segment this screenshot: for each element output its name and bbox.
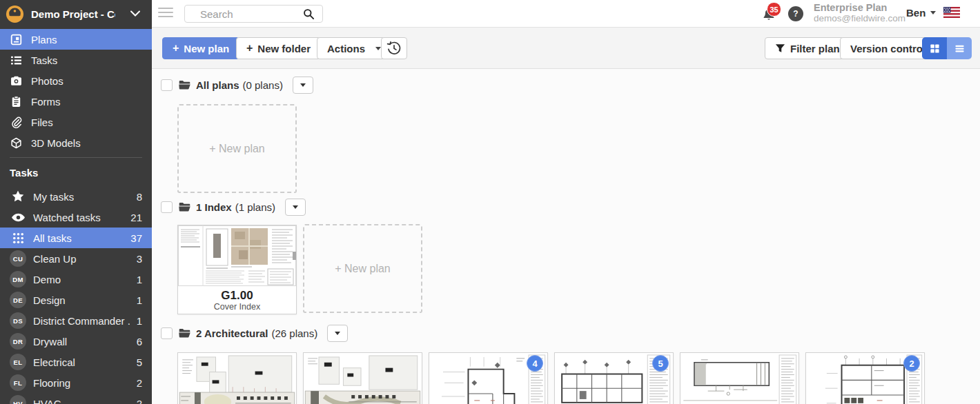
caret-down-icon <box>930 11 936 17</box>
caret-down-icon <box>293 205 298 212</box>
sidebar-item-label: Photos <box>31 75 63 87</box>
new-plan-dropzone[interactable]: + New plan <box>303 224 422 313</box>
markup-count-badge: 4 <box>527 355 543 372</box>
camera-icon <box>10 75 22 87</box>
top-bar: Demo Project - Co... 35 ? Enterprise P <box>0 0 980 28</box>
plan-title: Cover Index <box>214 302 260 312</box>
sidebar-item-plans[interactable]: Plans <box>0 29 152 50</box>
project-switcher[interactable]: Demo Project - Co... <box>0 0 152 28</box>
search-input[interactable] <box>185 6 311 22</box>
plan-card-g1-00[interactable]: G1.00 Cover Index <box>177 225 297 314</box>
account-tier: Enterprise Plan demos@fieldwire.com <box>814 2 905 24</box>
plus-icon: + <box>173 42 179 54</box>
folder-row-all-plans: All plans (0 plans) <box>161 76 313 94</box>
folder-plan-count: (1 plans) <box>235 201 275 213</box>
version-control-label: Version control <box>850 43 925 54</box>
folder-menu-button[interactable] <box>285 199 306 216</box>
sidebar-item-photos[interactable]: Photos <box>0 70 152 91</box>
sidebar-task-item-drywall[interactable]: DRDrywall6 <box>0 331 152 352</box>
task-count: 37 <box>130 232 142 244</box>
search-box <box>184 5 323 23</box>
sidebar-task-item-clean-up[interactable]: CUClean Up3 <box>0 248 152 269</box>
actions-dropdown-button[interactable]: Actions <box>317 37 391 59</box>
plan-code: G1.00 <box>221 289 253 302</box>
notifications-button[interactable]: 35 <box>762 6 785 24</box>
user-menu[interactable]: Ben <box>906 7 936 19</box>
project-name: Demo Project - Co... <box>31 8 115 20</box>
task-count: 2 <box>137 377 142 389</box>
task-count: 1 <box>137 274 142 285</box>
architectural-plan-card-1[interactable] <box>177 352 297 404</box>
grid-view-button[interactable] <box>922 37 947 59</box>
task-label: Electrical <box>33 356 75 368</box>
sidebar-task-item-watched-tasks[interactable]: Watched tasks21 <box>0 207 152 228</box>
filter-plans-label: Filter plans <box>790 43 845 54</box>
new-folder-label: New folder <box>257 43 311 54</box>
folder-name: All plans <box>196 79 239 91</box>
sidebar-nav: Plans Tasks Photos Forms <box>0 28 152 153</box>
grid-view-icon <box>930 43 940 54</box>
sidebar-item-3d-models[interactable]: 3D Models <box>0 132 152 153</box>
list-view-button[interactable] <box>947 37 972 59</box>
cube-icon <box>10 137 22 149</box>
markup-count-badge: 2 <box>903 355 920 372</box>
new-plan-button[interactable]: + New plan <box>162 37 239 59</box>
folder-checkbox[interactable] <box>161 79 173 91</box>
clipboard-icon <box>10 96 22 108</box>
sidebar-task-item-design[interactable]: DEDesign1 <box>0 290 152 310</box>
list-view-icon <box>954 43 965 54</box>
menu-icon[interactable] <box>158 8 173 19</box>
sidebar-task-item-demo[interactable]: DMDemo1 <box>0 269 152 290</box>
sidebar-item-files[interactable]: Files <box>0 112 152 132</box>
version-history-button[interactable] <box>381 37 407 59</box>
sidebar-item-tasks[interactable]: Tasks <box>0 50 152 70</box>
architectural-plan-card-5[interactable] <box>680 352 799 404</box>
user-name: Ben <box>906 7 925 19</box>
folder-name: 1 Index <box>196 201 232 213</box>
new-plan-dropzone[interactable]: + New plan <box>177 104 297 193</box>
plan-thumbnail-drawing <box>178 353 296 404</box>
task-label: Clean Up <box>33 253 77 265</box>
architectural-plan-card-2[interactable] <box>303 352 422 404</box>
folder-plan-count: (0 plans) <box>243 79 283 91</box>
plan-thumbnail <box>178 225 296 287</box>
folder-icon <box>178 327 191 339</box>
caret-down-icon <box>300 83 306 90</box>
search-icon[interactable] <box>303 8 315 20</box>
eye-icon <box>10 209 26 225</box>
plus-icon: + <box>246 42 253 54</box>
folder-menu-button[interactable] <box>293 77 313 94</box>
folder-checkbox[interactable] <box>161 201 173 213</box>
help-glyph: ? <box>793 9 798 19</box>
sidebar-item-forms[interactable]: Forms <box>0 91 152 112</box>
markup-count-badge: 5 <box>652 355 669 372</box>
plan-meta: G1.00 Cover Index <box>178 287 296 314</box>
sidebar-task-list: My tasks8Watched tasks21All tasks37CUCle… <box>0 186 152 404</box>
architectural-plan-card-6[interactable]: 2 <box>805 352 925 404</box>
new-plan-label: New plan <box>184 43 229 54</box>
language-flag-icon[interactable] <box>943 7 960 18</box>
task-count: 5 <box>137 356 142 368</box>
chevron-down-icon <box>130 10 141 17</box>
cover-sheet-drawing <box>178 225 296 286</box>
folder-row-index: 1 Index (1 plans) <box>161 198 306 216</box>
sidebar-task-item-hvac[interactable]: HVHVAC2 <box>0 393 152 404</box>
task-label: Design <box>33 294 66 306</box>
caret-down-icon <box>375 47 381 53</box>
folder-checkbox[interactable] <box>161 327 173 339</box>
new-plan-placeholder-label: + New plan <box>335 263 391 275</box>
architectural-plan-card-4[interactable]: 5 <box>554 352 674 404</box>
architectural-plan-card-3[interactable]: 4 <box>429 352 548 404</box>
tasks-section-header: Tasks <box>0 158 152 179</box>
sidebar-task-item-my-tasks[interactable]: My tasks8 <box>0 186 152 207</box>
task-count: 1 <box>137 294 142 306</box>
sidebar-task-item-district-commander[interactable]: DSDistrict Commander ...1 <box>0 310 152 331</box>
sidebar-task-item-flooring[interactable]: FLFlooring2 <box>0 372 152 393</box>
sidebar-task-item-electrical[interactable]: ELElectrical5 <box>0 352 152 372</box>
app-root: Demo Project - Co... 35 ? Enterprise P <box>0 0 980 404</box>
new-folder-button[interactable]: + New folder <box>236 37 321 59</box>
sidebar-task-item-all-tasks[interactable]: All tasks37 <box>0 228 152 248</box>
sidebar-item-label: 3D Models <box>31 137 81 149</box>
help-button[interactable]: ? <box>788 6 803 21</box>
folder-menu-button[interactable] <box>327 325 348 342</box>
